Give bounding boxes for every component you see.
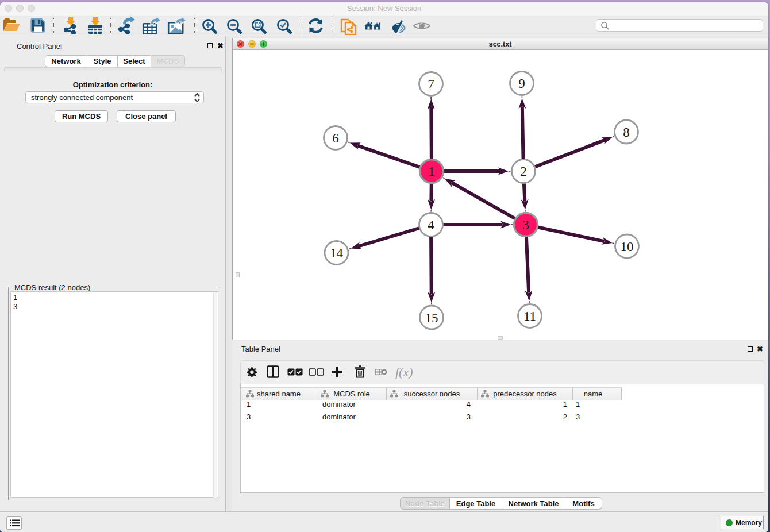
svg-text:4: 4	[428, 218, 434, 232]
svg-text:15: 15	[425, 311, 438, 325]
svg-text:3: 3	[522, 218, 529, 232]
svg-text:2: 2	[520, 164, 527, 179]
svg-text:14: 14	[330, 246, 344, 260]
svg-text:8: 8	[623, 125, 630, 140]
svg-text:9: 9	[518, 76, 525, 91]
svg-text:10: 10	[621, 240, 634, 254]
svg-text:1: 1	[428, 164, 435, 179]
svg-text:6: 6	[332, 131, 339, 145]
svg-text:7: 7	[428, 77, 434, 91]
svg-text:11: 11	[523, 309, 536, 323]
